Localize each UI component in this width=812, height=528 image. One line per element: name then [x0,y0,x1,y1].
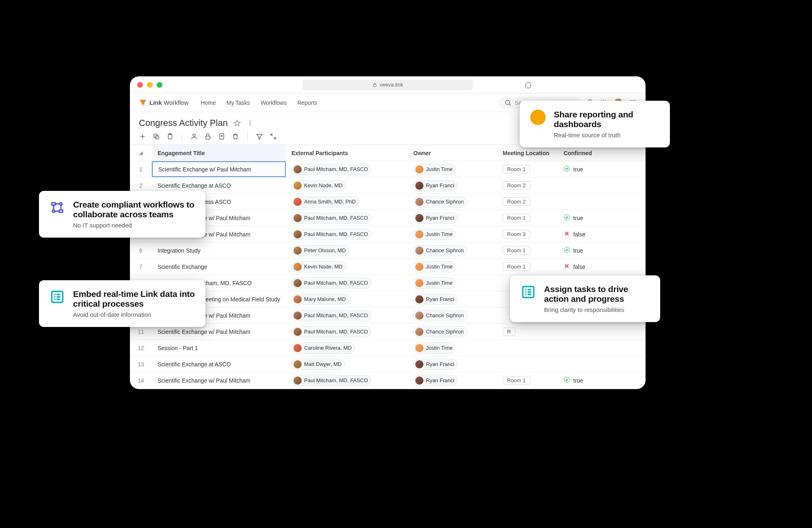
participant-cell[interactable]: Paul Mitcham, MD, FASCO [286,212,408,224]
participant-cell[interactable]: Paul Mitcham, MD, FASCO [286,375,408,386]
table-row[interactable]: 5Scientific Exchange w/ Paul MitchamPaul… [130,226,646,242]
owner-cell[interactable]: Justin Time [408,342,497,354]
th-title[interactable]: Engagement Title [152,145,286,161]
participant-cell[interactable]: Paul Mitcham, MD, FASCO [286,164,408,175]
copy-icon[interactable] [153,133,160,140]
table-row[interactable]: 15Scientific ExchangeKevin Node, MDJusti… [130,389,646,389]
owner-cell[interactable]: Ryan Franci [408,359,497,370]
owner-cell[interactable]: Chance Siphron [408,310,497,321]
room-chip[interactable]: Room 1 [503,262,530,271]
window-close-button[interactable] [137,82,143,88]
table-row[interactable]: 1Scientific Exchange w/ Paul MitchamPaul… [130,161,646,177]
more-menu-icon[interactable] [246,119,254,127]
svg-rect-32 [59,210,63,212]
participant-cell[interactable]: Kevin Node, MD [286,261,408,273]
room-chip[interactable]: Room 3 [503,230,530,238]
table-row[interactable]: 13Scientific Exchange at ASCOMatt Dwyer,… [130,356,646,372]
owner-cell[interactable]: Chance Siphron [408,326,497,338]
nav-my-tasks[interactable]: My Tasks [227,100,250,106]
participant-cell[interactable]: Caroline Rivera, MD [286,342,408,354]
row-number: 6 [130,247,152,254]
engagement-title-cell[interactable]: Integration Study [152,247,286,254]
nav-reports[interactable]: Reports [297,100,317,106]
location-cell[interactable]: Room 1 [497,376,558,385]
owner-cell[interactable]: Ryan Franci [408,294,497,305]
delete-icon[interactable] [232,133,239,140]
room-chip[interactable]: Room 1 [503,246,530,255]
th-participants[interactable]: External Participants [286,150,408,156]
nav-workflows[interactable]: Workflows [261,100,287,106]
engagement-title-cell[interactable]: Scientific Exchange at ASCO [152,361,286,368]
participant-cell[interactable]: Paul Mitcham, MD, FASCO [286,229,408,240]
participant-cell[interactable]: Paul Mitcham, MD, FASCO [286,277,408,289]
location-cell[interactable]: Room 1 [497,165,558,173]
engagement-title-cell[interactable]: Scientific Exchange [152,264,286,270]
owner-cell[interactable]: Justin Time [408,164,497,175]
participant-cell[interactable]: Paul Mitcham, MD, FASCO [286,326,408,338]
owner-cell[interactable]: Chance Siphron [408,196,497,208]
table-row[interactable]: 3Catch-Up at Congress ASCOAnna Smith, MD… [130,194,646,210]
star-icon[interactable] [233,119,241,127]
table-row[interactable]: 4Scientific Exchange w/ Paul MitchamPaul… [130,210,646,226]
table-row[interactable]: 7Scientific ExchangeKevin Node, MDJustin… [130,259,646,275]
location-cell[interactable]: Room 1 [497,246,558,255]
engagement-title-cell[interactable]: Scientific Exchange at ASCO [152,182,286,189]
engagement-title-cell[interactable]: Scientific Exchange w/ Paul Mitcham [152,377,286,384]
paste-icon[interactable] [166,133,174,140]
room-chip[interactable]: Room 1 [503,165,530,173]
refresh-icon[interactable] [525,82,532,89]
owner-cell[interactable]: Ryan Franci [408,180,497,191]
participant-cell[interactable]: Kevin Node, MD [286,180,408,191]
owner-cell[interactable]: Justin Time [408,277,497,289]
table-row[interactable]: 2Scientific Exchange at ASCOKevin Node, … [130,177,646,194]
engagement-title-cell[interactable]: Scientific Exchange w/ Paul Mitcham [152,329,286,335]
room-chip[interactable]: R [503,327,515,336]
callout-title: Share reporting and dashboards [554,110,659,129]
location-cell[interactable]: Room 2 [497,197,558,206]
participant-cell[interactable]: Anna Smith, MD, PhD [286,196,408,208]
brand-name: Link Workflow [149,99,188,106]
th-location[interactable]: Meeting Location [497,150,558,156]
location-cell[interactable]: Room 1 [497,262,558,271]
room-chip[interactable]: Room 2 [503,197,530,206]
filter-icon[interactable] [256,133,263,140]
table-row[interactable]: 14Scientific Exchange w/ Paul MitchamPau… [130,372,646,389]
engagement-title-cell[interactable]: Scientific Exchange w/ Paul Mitcham [152,161,286,177]
select-all-icon[interactable] [138,150,144,156]
lock-icon[interactable] [204,133,212,140]
url-bar[interactable]: veeva.link [302,80,473,90]
export-icon[interactable] [218,133,225,140]
window-minimize-button[interactable] [147,82,153,88]
table-row[interactable]: 6Integration StudyPeter Olsson, MDChance… [130,242,646,259]
nav-home[interactable]: Home [201,100,216,106]
table-row[interactable]: 12Session - Part 1Caroline Rivera, MDJus… [130,340,646,356]
participant-cell[interactable]: Matt Dwyer, MD [286,359,408,370]
participant-cell[interactable]: Peter Olsson, MD [286,245,408,256]
expand-icon[interactable] [270,133,277,140]
callout-embed-link-data: Embed real-time Link data into critical … [39,280,205,327]
room-chip[interactable]: Room 1 [503,376,530,385]
participant-cell[interactable]: Mary Malone, MD [286,294,408,305]
participant-cell[interactable]: Paul Mitcham, MD, FASCO [286,310,408,321]
engagement-title-cell[interactable]: Session - Part 1 [152,345,286,351]
user-icon[interactable] [190,133,198,140]
owner-cell[interactable]: Justin Time [408,261,497,273]
avatar [294,198,302,206]
location-cell[interactable]: R [497,327,558,336]
owner-cell[interactable]: Justin Time [408,229,497,240]
avatar [415,230,423,238]
room-chip[interactable]: Room 1 [503,214,530,222]
owner-cell[interactable]: Ryan Franci [408,375,497,386]
location-cell[interactable]: Room 1 [497,214,558,222]
room-chip[interactable]: Room 2 [503,181,530,190]
add-icon[interactable] [139,133,146,140]
location-cell[interactable]: Room 2 [497,181,558,190]
window-zoom-button[interactable] [157,82,162,88]
table-row[interactable]: 11Scientific Exchange w/ Paul MitchamPau… [130,324,646,340]
location-cell[interactable]: Room 3 [497,230,558,238]
owner-cell[interactable]: Chance Siphron [408,245,497,256]
th-confirmed[interactable]: Confirmed [558,150,646,156]
svg-point-14 [249,125,251,126]
owner-cell[interactable]: Ryan Franci [408,212,497,224]
th-owner[interactable]: Owner [408,150,497,156]
